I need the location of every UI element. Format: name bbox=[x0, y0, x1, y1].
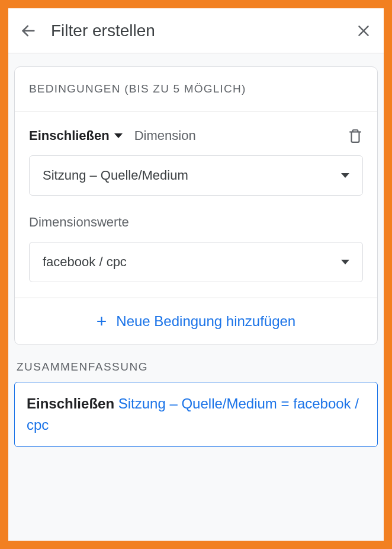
dialog-header: Filter erstellen bbox=[8, 8, 384, 53]
chevron-down-icon bbox=[341, 173, 349, 178]
dimension-values-select[interactable]: facebook / cpc bbox=[29, 242, 363, 282]
condition-type-label: Dimension bbox=[134, 128, 336, 143]
dialog-title: Filter erstellen bbox=[51, 21, 341, 40]
include-label: Einschließen bbox=[29, 128, 110, 143]
dimension-select-value: Sitzung – Quelle/Medium bbox=[43, 168, 188, 183]
conditions-section-title: BEDINGUNGEN (BIS ZU 5 MÖGLICH) bbox=[15, 67, 377, 111]
summary-box: Einschließen Sitzung – Quelle/Medium = f… bbox=[14, 382, 378, 447]
chevron-down-icon bbox=[114, 133, 123, 138]
conditions-card: BEDINGUNGEN (BIS ZU 5 MÖGLICH) Einschlie… bbox=[14, 66, 378, 345]
trash-icon[interactable] bbox=[348, 128, 363, 143]
dimension-values-selected: facebook / cpc bbox=[43, 254, 127, 270]
add-condition-button[interactable]: + Neue Bedingung hinzufügen bbox=[15, 298, 377, 344]
back-icon[interactable] bbox=[20, 23, 37, 39]
close-icon[interactable] bbox=[355, 23, 372, 39]
chevron-down-icon bbox=[341, 260, 349, 264]
include-exclude-dropdown[interactable]: Einschließen bbox=[29, 128, 123, 143]
plus-icon: + bbox=[97, 312, 107, 330]
dimension-select[interactable]: Sitzung – Quelle/Medium bbox=[29, 155, 363, 196]
dimension-values-label: Dimensionswerte bbox=[29, 215, 363, 230]
condition-row: Einschließen Dimension Sitzung – Quelle/… bbox=[15, 111, 377, 298]
content-area: BEDINGUNGEN (BIS ZU 5 MÖGLICH) Einschlie… bbox=[8, 53, 384, 541]
summary-include: Einschließen bbox=[27, 395, 114, 411]
add-condition-label: Neue Bedingung hinzufügen bbox=[116, 313, 295, 330]
summary-section-title: ZUSAMMENFASSUNG bbox=[17, 360, 375, 374]
